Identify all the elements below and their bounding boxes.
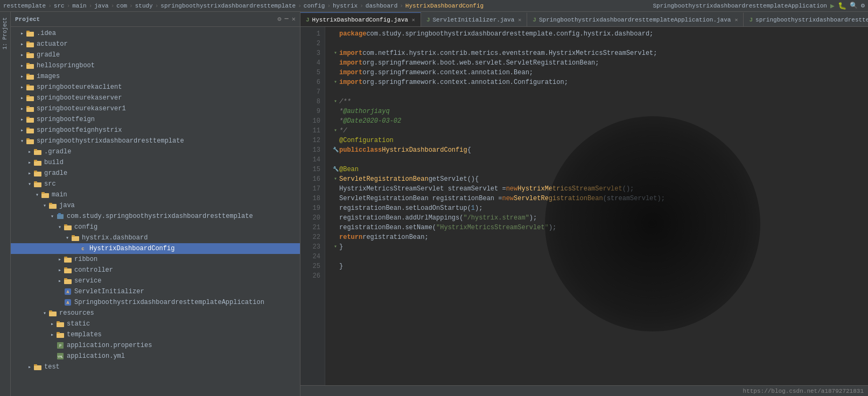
tree-arrow-gradle2[interactable]: ▸ [26, 170, 33, 176]
project-tab[interactable]: 1: Project [1, 14, 9, 53]
tree-item-test[interactable]: ▸test [11, 362, 300, 372]
tree-item-images[interactable]: ▸images [11, 71, 300, 82]
tree-arrow-images[interactable]: ▸ [18, 73, 26, 80]
tree-arrow-src[interactable]: ▾ [26, 181, 33, 187]
gutter-icon-8[interactable]: ▾ [332, 97, 339, 107]
project-minimize-icon[interactable]: — [285, 15, 289, 23]
topbar-segment[interactable]: resttemplate [3, 3, 46, 9]
tree-item-mainapp[interactable]: ASpringboothystrixdashboardresttemplateA… [11, 297, 300, 308]
tree-arrow-build[interactable]: ▸ [26, 159, 33, 166]
tree-arrow-gradle1[interactable]: ▸ [26, 148, 33, 155]
tree-item-build[interactable]: ▸build [11, 157, 300, 168]
gutter-icon-15[interactable]: 🔧 [332, 165, 339, 174]
tree-item-gradle-root[interactable]: ▸gradle [11, 49, 300, 60]
tree-arrow-resources[interactable]: ▾ [41, 310, 48, 316]
tree-arrow-ribbon[interactable]: ▸ [56, 256, 64, 263]
tab-mainapp[interactable]: J Springboothystrixdashboardresttemplate… [527, 12, 744, 26]
svg-rect-6 [26, 64, 34, 69]
topbar-segment[interactable]: com [116, 3, 127, 9]
tree-arrow-hystrix-dir[interactable]: ▾ [64, 235, 71, 241]
tree-item-servletinitializer[interactable]: AServletInitializer [11, 286, 300, 297]
tree-arrow-java[interactable]: ▾ [41, 202, 48, 209]
topbar-segment[interactable]: java [94, 3, 108, 9]
gutter-icon-3[interactable]: ▾ [332, 48, 339, 58]
project-settings-icon[interactable]: ⚙ [277, 15, 281, 23]
topbar-segment[interactable]: src [54, 3, 65, 9]
gutter-icon-6[interactable]: ▾ [332, 77, 339, 87]
run-icon[interactable]: ▶ [830, 2, 835, 10]
tree-arrow-templates[interactable]: ▸ [48, 331, 56, 338]
tree-item-java[interactable]: ▾java [11, 200, 300, 211]
tree-item-actuator[interactable]: ▸actuator [11, 39, 300, 49]
topbar-segment[interactable]: dashboard [366, 3, 397, 9]
tree-item-main[interactable]: ▾main [11, 189, 300, 200]
tree-item-springbootfeign[interactable]: ▸springbootfeign [11, 114, 300, 125]
debug-icon[interactable]: 🐛 [838, 2, 846, 10]
project-close-icon[interactable]: ✕ [292, 15, 296, 23]
code-content[interactable]: package com.study.springboothystrixdashb… [325, 27, 868, 385]
code-line-26 [332, 271, 868, 281]
tree-arrow-springboothystrixdashboard[interactable]: ▾ [18, 138, 26, 144]
topbar-segment[interactable]: config [304, 3, 325, 9]
tree-item-config-dir[interactable]: ▾config [11, 222, 300, 232]
topbar-sep: › [298, 3, 302, 9]
gutter-icon-11[interactable]: ▾ [332, 126, 339, 136]
tree-arrow-springbooteurekaserver[interactable]: ▸ [18, 95, 26, 101]
tree-arrow-idea[interactable]: ▸ [18, 30, 26, 37]
topbar-segment[interactable]: main [72, 3, 86, 9]
tree-arrow-controller[interactable]: ▸ [56, 267, 64, 273]
tree-item-controller[interactable]: ▸controller [11, 265, 300, 275]
gutter-icon-13[interactable]: 🔧 [332, 145, 339, 155]
tree-item-gradle1[interactable]: ▸.gradle [11, 146, 300, 157]
tree-arrow-config-dir[interactable]: ▾ [56, 224, 64, 230]
search-icon[interactable]: 🔍 [850, 2, 858, 10]
tree-arrow-test[interactable]: ▸ [26, 364, 33, 370]
tree-item-appprops[interactable]: Papplication.properties [11, 340, 300, 351]
tree-item-src[interactable]: ▾src [11, 179, 300, 189]
tree-item-gradle2[interactable]: ▸gradle [11, 168, 300, 179]
tree-arrow-service[interactable]: ▸ [56, 278, 64, 284]
tree-item-appyml[interactable]: YMLapplication.yml [11, 351, 300, 362]
tree-arrow-hellospringboot[interactable]: ▸ [18, 62, 26, 69]
tab-close-icon[interactable]: ✕ [518, 17, 521, 23]
tab-servletinitializer[interactable]: J ServletInitializer.java ✕ [421, 12, 527, 26]
tree-item-hellospringboot[interactable]: ▸hellospringboot [11, 60, 300, 71]
tree-item-idea[interactable]: ▸.idea [11, 28, 300, 39]
tree-arrow-springbooteurekaclient[interactable]: ▸ [18, 84, 26, 90]
tree-item-springbootfeignhystrix[interactable]: ▸springbootfeignhystrix [11, 125, 300, 136]
tree-item-templates[interactable]: ▸templates [11, 329, 300, 340]
token: class [362, 145, 382, 155]
topbar-segment[interactable]: study [135, 3, 153, 9]
tree-item-comstudy[interactable]: ▾com.study.springboothystrixdashboardres… [11, 211, 300, 222]
line-number-13: 13 [300, 145, 320, 155]
gutter-icon-16[interactable]: ▾ [332, 174, 339, 184]
tab-close-icon[interactable]: ✕ [412, 17, 415, 23]
tree-arrow-actuator[interactable]: ▸ [18, 41, 26, 47]
tab-hystrixdashboardconfig[interactable]: J HystrixDashboardConfig.java ✕ [300, 12, 421, 26]
topbar-sep: › [48, 3, 52, 9]
tree-arrow-gradle-root[interactable]: ▸ [18, 52, 26, 58]
code-line-10: * @Date 2020-03-02 [332, 116, 868, 126]
tree-item-static[interactable]: ▸static [11, 319, 300, 329]
topbar-segment[interactable]: hystrix [333, 3, 358, 9]
gutter-icon-23[interactable]: ▾ [332, 242, 339, 252]
tree-item-service[interactable]: ▸service [11, 275, 300, 286]
tree-arrow-springbooteurekaserver1[interactable]: ▸ [18, 105, 26, 112]
tree-arrow-springbootfeignhystrix[interactable]: ▸ [18, 127, 26, 133]
tree-item-springbooteurekaserver1[interactable]: ▸springbooteurekaserver1 [11, 103, 300, 114]
tree-item-resources[interactable]: ▾resources [11, 308, 300, 319]
tree-item-springboothystrixdashboard[interactable]: ▾springboothystrixdashboardresttemplate [11, 136, 300, 146]
tab-springboottemplate[interactable]: J springboothystrixdashboardresttemple..… [744, 12, 868, 26]
tree-item-springbooteurekaserver[interactable]: ▸springbooteurekaserver [11, 93, 300, 103]
tree-arrow-static[interactable]: ▸ [48, 321, 56, 327]
tree-arrow-comstudy[interactable]: ▾ [48, 213, 56, 220]
tree-item-hystrix-dir[interactable]: ▾hystrix.dashboard [11, 232, 300, 243]
tree-item-ribbon[interactable]: ▸ribbon [11, 254, 300, 265]
tree-arrow-springbootfeign[interactable]: ▸ [18, 116, 26, 123]
tree-item-springbooteurekaclient[interactable]: ▸springbooteurekaclient [11, 82, 300, 93]
settings-icon[interactable]: ⚙ [861, 2, 865, 10]
tree-arrow-main[interactable]: ▾ [33, 192, 41, 198]
topbar-segment[interactable]: springboothystrixdashboardresttemplate [160, 3, 296, 9]
tree-item-hystrixdashboardconfig[interactable]: CHystrixDashboardConfig [11, 243, 300, 254]
tab-close-icon[interactable]: ✕ [734, 17, 738, 23]
